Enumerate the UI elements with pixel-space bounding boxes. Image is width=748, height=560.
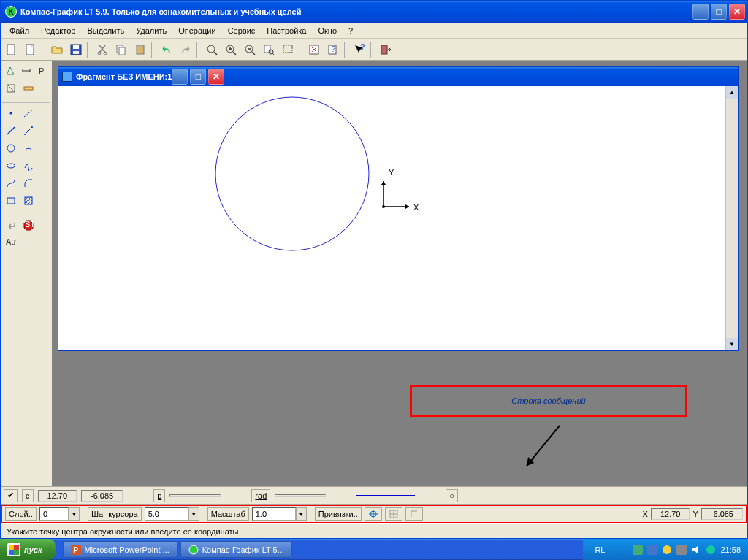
snap-button[interactable]: Привязки.. — [315, 507, 362, 521]
tool-arc-icon[interactable] — [20, 140, 37, 156]
menu-editor[interactable]: Редактор — [35, 24, 81, 37]
paste-button[interactable] — [131, 41, 149, 58]
p-toggle[interactable]: p — [153, 489, 165, 502]
tool-edit-icon[interactable] — [3, 80, 19, 96]
axes-toggle[interactable]: ○ — [446, 489, 458, 502]
tool-auto-icon[interactable]: Auto — [3, 235, 19, 251]
svg-point-39 — [382, 205, 385, 208]
kompas-icon — [188, 545, 199, 555]
tray-icon-6[interactable] — [706, 545, 716, 555]
doc-canvas[interactable]: Y X — [58, 86, 738, 350]
tool-aux-line-icon[interactable] — [20, 105, 37, 121]
tool-ellipse-icon[interactable] — [3, 158, 19, 174]
refresh-button[interactable] — [305, 41, 323, 58]
open-button[interactable] — [48, 41, 66, 58]
tool-dimension-icon[interactable] — [19, 63, 34, 79]
y-field[interactable]: -6.085 — [701, 508, 743, 520]
svg-point-28 — [7, 145, 15, 152]
rad-field[interactable] — [275, 494, 326, 497]
c-toggle[interactable]: c — [22, 489, 34, 502]
zoom-doc-button[interactable] — [260, 41, 278, 58]
menu-window[interactable]: Окно — [312, 24, 343, 37]
scroll-up-icon[interactable]: ▲ — [726, 86, 738, 99]
doc-close-button[interactable]: ✕ — [208, 69, 224, 85]
step-select[interactable]: 5.0 ▼ — [145, 507, 199, 521]
maximize-button[interactable]: □ — [711, 4, 727, 20]
menu-operations[interactable]: Операции — [172, 24, 221, 37]
tool-line2-icon[interactable] — [20, 123, 37, 139]
linetype-preview[interactable] — [356, 495, 415, 496]
tool-geometry-icon[interactable] — [3, 63, 18, 79]
new-doc2-button[interactable] — [22, 41, 39, 58]
v-toggle[interactable]: ✔ — [4, 489, 18, 502]
taskbar-item-kompas[interactable]: Компас-График LT 5... — [180, 541, 292, 558]
volume-icon[interactable] — [691, 545, 701, 555]
coord1-field[interactable]: 12.70 — [38, 490, 77, 502]
start-button[interactable]: пуск — [0, 539, 56, 560]
tool-p-icon[interactable]: P — [35, 63, 50, 79]
tool-circle-icon[interactable] — [3, 140, 19, 156]
copy-button[interactable] — [112, 41, 130, 58]
tray-icon-2[interactable] — [647, 545, 657, 555]
rad-toggle[interactable]: rad — [251, 489, 270, 502]
tool-bezier-icon[interactable] — [3, 175, 19, 191]
chevron-down-icon[interactable]: ▼ — [188, 507, 199, 521]
chevron-down-icon[interactable]: ▼ — [296, 507, 307, 521]
menu-delete[interactable]: Удалить — [130, 24, 172, 37]
tool-point-icon[interactable] — [3, 105, 19, 121]
redo-button[interactable] — [177, 41, 194, 58]
tool-spline-icon[interactable] — [20, 158, 37, 174]
grid-icon[interactable] — [385, 507, 402, 521]
zoom-out-button[interactable] — [241, 41, 259, 58]
menu-select[interactable]: Выделить — [81, 24, 130, 37]
new-doc-button[interactable] — [3, 41, 20, 58]
layer-button[interactable]: Слой.. — [5, 507, 37, 521]
close-button[interactable]: ✕ — [729, 4, 745, 20]
coord2-field[interactable]: -6.085 — [81, 490, 123, 502]
x-axis-label: X — [413, 203, 419, 212]
save-button[interactable] — [67, 41, 85, 58]
tray-icon-3[interactable] — [662, 545, 672, 555]
step-button[interactable]: Шаг курсора — [88, 507, 142, 521]
scale-select[interactable]: 1.0 ▼ — [252, 507, 307, 521]
tool-rect-icon[interactable] — [3, 193, 19, 209]
help-topic-button[interactable]: ? — [324, 41, 342, 58]
tool-measure-icon[interactable] — [20, 80, 37, 96]
chevron-down-icon[interactable]: ▼ — [69, 507, 80, 521]
taskbar-item-powerpoint[interactable]: P Microsoft PowerPoint ... — [63, 541, 178, 558]
menu-settings[interactable]: Настройка — [261, 24, 312, 37]
cut-button[interactable] — [94, 41, 111, 58]
lang-indicator[interactable]: RL — [595, 545, 605, 554]
annotation-arrow-icon — [519, 422, 578, 473]
menu-help[interactable]: ? — [343, 24, 359, 37]
menu-file[interactable]: Файл — [4, 24, 35, 37]
menu-service[interactable]: Сервис — [222, 24, 262, 37]
tray-icon-4[interactable] — [676, 545, 687, 555]
tool-hatch-icon[interactable] — [20, 193, 37, 209]
zoom-rect-button[interactable] — [279, 41, 297, 58]
exit-button[interactable] — [377, 41, 394, 58]
clock[interactable]: 21:58 — [720, 545, 741, 554]
param-field[interactable] — [169, 494, 221, 497]
tool-chamfer-icon[interactable] — [20, 175, 37, 191]
minimize-button[interactable]: ─ — [692, 4, 709, 20]
zoom-button[interactable] — [203, 41, 221, 58]
tray-icon-1[interactable] — [633, 545, 643, 555]
layer-select[interactable]: 0 ▼ — [39, 507, 80, 521]
tool-stop-icon[interactable]: STOP — [20, 218, 37, 234]
tool-line-icon[interactable] — [3, 123, 19, 139]
doc-vscrollbar[interactable]: ▲ ▼ — [725, 86, 738, 350]
undo-button[interactable] — [158, 41, 175, 58]
svg-text:STOP: STOP — [25, 220, 34, 229]
snap-center-icon[interactable] — [365, 507, 382, 521]
tool-enter-icon[interactable] — [3, 218, 19, 234]
ortho-icon[interactable] — [405, 507, 423, 521]
whatsthis-button[interactable]: ? — [351, 41, 368, 58]
scroll-down-icon[interactable]: ▼ — [726, 338, 738, 350]
doc-minimize-button[interactable]: ─ — [172, 69, 188, 85]
doc-maximize-button[interactable]: □ — [190, 69, 206, 85]
x-field[interactable]: 12.70 — [651, 508, 690, 520]
svg-point-11 — [207, 45, 215, 53]
zoom-in-button[interactable] — [222, 41, 240, 58]
scale-button[interactable]: Масштаб — [207, 507, 249, 521]
